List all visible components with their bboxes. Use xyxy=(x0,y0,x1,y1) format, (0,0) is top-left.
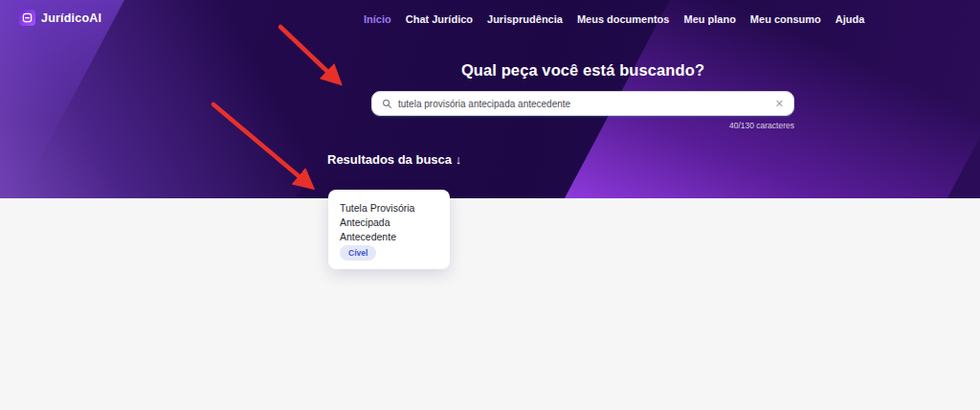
results-heading: Resultados da busca ↓ xyxy=(327,152,461,167)
result-card[interactable]: Tutela Provisória Antecipada Antecedente… xyxy=(328,190,450,269)
hero-search-section: Qual peça você está buscando? ✕ 40/130 c… xyxy=(371,61,794,130)
banner-stripe xyxy=(0,0,402,198)
search-input[interactable] xyxy=(398,99,769,109)
main-nav: Início Chat Jurídico Jurisprudência Meus… xyxy=(364,0,864,38)
brand-name: JurídicoAI xyxy=(41,11,101,25)
nav-item-meu-consumo[interactable]: Meu consumo xyxy=(750,13,821,25)
search-icon xyxy=(382,99,392,109)
nav-item-jurisprudencia[interactable]: Jurisprudência xyxy=(487,13,563,25)
brand-logo-icon xyxy=(19,10,35,26)
brand-logo[interactable]: JurídicoAI xyxy=(19,10,101,26)
hero-title: Qual peça você está buscando? xyxy=(371,61,794,80)
search-box: ✕ xyxy=(371,91,794,116)
nav-item-inicio[interactable]: Início xyxy=(364,13,391,25)
result-card-badge: Cível xyxy=(340,245,376,261)
nav-item-meus-documentos[interactable]: Meus documentos xyxy=(577,13,670,25)
nav-item-chat-juridico[interactable]: Chat Jurídico xyxy=(406,13,473,25)
result-card-title: Tutela Provisória Antecipada Antecedente xyxy=(340,201,438,245)
nav-item-meu-plano[interactable]: Meu plano xyxy=(683,13,735,25)
juridicoai-page: JurídicoAI Início Chat Jurídico Jurispru… xyxy=(0,0,980,410)
clear-search-icon[interactable]: ✕ xyxy=(769,99,793,109)
char-counter: 40/130 caracteres xyxy=(371,121,794,130)
nav-item-ajuda[interactable]: Ajuda xyxy=(835,13,865,25)
